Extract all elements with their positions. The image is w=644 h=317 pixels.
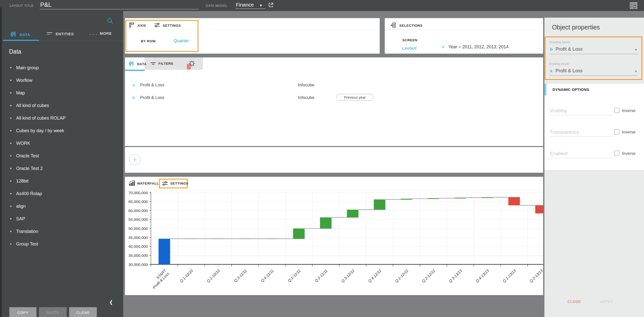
apply-button[interactable]: APPLY <box>599 299 614 304</box>
layout-title-input[interactable] <box>40 1 199 9</box>
by-row-value[interactable]: Quarter <box>174 38 189 44</box>
sidebar-group-item[interactable]: ▾SAP <box>0 213 123 225</box>
inverse-checkbox[interactable] <box>614 108 619 113</box>
inverse-checkbox[interactable] <box>614 129 619 134</box>
topbar: LAYOUT TITLE DATA MODEL Finance ▼ <box>0 0 644 11</box>
svg-text:Q.1-10/10: Q.1-10/10 <box>179 268 194 284</box>
gear-icon[interactable] <box>188 59 196 67</box>
axis-settings-tab-label[interactable]: SETTINGS <box>163 24 181 27</box>
waterfall-chart: 30,000,00035,000,00040,000,00045,000,000… <box>125 190 543 295</box>
search-icon[interactable] <box>107 18 113 24</box>
axis-tab-label[interactable]: AXIS <box>138 24 146 27</box>
paste-button[interactable]: PASTE <box>39 307 67 317</box>
selections-screen-tab[interactable]: SCREEN <box>402 38 417 42</box>
expand-triangle-icon[interactable]: ▾ <box>10 242 16 246</box>
block-type: Infocube <box>298 95 314 100</box>
sidebar-tab-data[interactable]: DATA <box>11 31 30 38</box>
waterfall-settings-label[interactable]: SETTINGS <box>170 182 188 185</box>
tab-data[interactable]: DATA <box>129 61 147 67</box>
active-tab-underline <box>3 40 39 41</box>
sidebar-group-item[interactable]: ▾Worflow <box>0 74 123 87</box>
add-block-button[interactable]: + <box>129 154 141 165</box>
data-block-row[interactable]: aProfit & LossInfocube <box>125 80 543 92</box>
sidebar-group-item[interactable]: ▾All kind of cubes <box>0 99 123 112</box>
svg-text:50,000,000: 50,000,000 <box>128 226 148 231</box>
add-block-strip: + <box>125 147 543 173</box>
entities-list-icon <box>47 31 53 36</box>
layout-view-icon[interactable] <box>630 2 637 9</box>
sidebar-group-item[interactable]: ▾All kind of cubes ROLAP <box>0 112 123 124</box>
expand-triangle-icon[interactable]: ▾ <box>10 154 16 158</box>
sidebar-group-label: All kind of cubes <box>16 103 49 108</box>
sidebar-group-item[interactable]: ▾WORK <box>0 137 123 150</box>
expand-triangle-icon[interactable]: ▾ <box>10 142 16 145</box>
expand-triangle-icon[interactable]: ▾ <box>10 66 16 69</box>
data-block-row[interactable]: bProfit & LossInfocubePrevious year <box>125 92 543 105</box>
sidebar-group-item[interactable]: ▾Oracle Test 2 <box>0 162 123 175</box>
svg-text:Q.1-11/11: Q.1-11/11 <box>287 268 302 283</box>
sidebar-group-item[interactable]: ▾Translation <box>0 225 123 238</box>
expand-triangle-icon[interactable]: ▾ <box>10 192 16 195</box>
svg-text:70,000,000: 70,000,000 <box>128 191 148 195</box>
sidebar-group-label: 128bit <box>16 179 28 184</box>
selections-panel: SELECTIONS SCREEN LAYOUT ✓ Year = 2011, … <box>385 18 543 54</box>
svg-text:Q.3-12/12: Q.3-12/12 <box>340 268 355 284</box>
sidebar-group-item[interactable]: ▾128bit <box>0 175 123 187</box>
sidebar-tab-entities-label: ENTITIES <box>56 32 74 36</box>
block-letter: a <box>550 68 552 74</box>
sidebar-group-item[interactable]: ▾Map <box>0 87 123 99</box>
sidebar-group-item[interactable]: ▾As400 Rolap <box>0 187 123 200</box>
expand-triangle-icon[interactable]: ▾ <box>10 116 16 120</box>
sidebar-group-label: As400 Rolap <box>16 191 42 196</box>
enabled-input[interactable] <box>549 151 613 158</box>
block-name: Profit & Loss <box>140 83 164 88</box>
svg-text:Q.4-11/11: Q.4-11/11 <box>260 268 275 283</box>
data-cube-icon <box>129 61 135 67</box>
sidebar-group-label: All kind of cubes ROLAP <box>16 116 66 121</box>
tab-filters[interactable]: FILTERS <box>150 61 173 66</box>
chevron-down-icon: ▼ <box>259 3 263 8</box>
sidebar-tab-entities[interactable]: ENTITIES <box>47 31 74 36</box>
sidebar-group-item[interactable]: ▾align <box>0 200 123 213</box>
starting-block-select[interactable]: b Profit & Loss ▼ <box>549 46 638 54</box>
blocks-highlight-box: Starting block b Profit & Loss ▼ Ending … <box>545 37 642 80</box>
copy-button[interactable]: COPY <box>9 307 36 317</box>
expand-triangle-icon[interactable]: ▾ <box>10 129 16 132</box>
sidebar-tab-more[interactable]: . . . MORE <box>90 31 112 36</box>
dynamic-option-row: Inverse <box>544 104 644 120</box>
ending-block-select[interactable]: a Profit & Loss ▼ <box>549 68 638 76</box>
close-button[interactable]: CLOSE <box>566 299 582 304</box>
divider <box>385 29 543 30</box>
inverse-label: Inverse <box>622 108 635 113</box>
sidebar-group-label: Translation <box>16 229 38 234</box>
sidebar-group-item[interactable]: ▾Group Test <box>0 238 123 250</box>
expand-triangle-icon[interactable]: ▾ <box>10 204 16 208</box>
layout-title-label: LAYOUT TITLE <box>10 4 34 8</box>
sidebar-group-label: SAP <box>16 216 25 222</box>
sidebar-group-label: Cubes by day / by week <box>16 128 64 133</box>
svg-text:35,000,000: 35,000,000 <box>128 253 148 258</box>
axis-icon <box>129 22 135 28</box>
expand-triangle-icon[interactable]: ▾ <box>10 179 16 183</box>
selections-layout-tab[interactable]: LAYOUT <box>402 47 417 50</box>
expand-triangle-icon[interactable]: ▾ <box>10 91 16 95</box>
visibility-input[interactable] <box>549 108 613 115</box>
expand-triangle-icon[interactable]: ▾ <box>10 230 16 233</box>
sidebar-tabs: DATA ENTITIES . . . MORE <box>0 29 123 41</box>
svg-text:Q.4-13/13: Q.4-13/13 <box>475 268 490 284</box>
expand-triangle-icon[interactable]: ▾ <box>10 167 16 170</box>
sidebar-group-label: WORK <box>16 141 30 146</box>
expand-triangle-icon[interactable]: ▾ <box>10 79 16 82</box>
svg-text:45,000,000: 45,000,000 <box>128 235 148 240</box>
inverse-checkbox[interactable] <box>614 151 619 156</box>
expand-triangle-icon[interactable]: ▾ <box>10 217 16 221</box>
sidebar-group-item[interactable]: ▾Oracle Test <box>0 150 123 162</box>
expand-triangle-icon[interactable]: ▾ <box>10 104 16 107</box>
previous-year-chip[interactable]: Previous year <box>336 94 373 101</box>
open-external-icon[interactable] <box>268 2 274 8</box>
sidebar-group-item[interactable]: ▾Main group <box>0 61 123 74</box>
sidebar-group-label: Oracle Test <box>16 153 39 159</box>
transparency-input[interactable] <box>549 129 613 137</box>
sidebar-group-item[interactable]: ▾Cubes by day / by week <box>0 124 123 137</box>
clear-button[interactable]: CLEAR <box>69 307 97 317</box>
